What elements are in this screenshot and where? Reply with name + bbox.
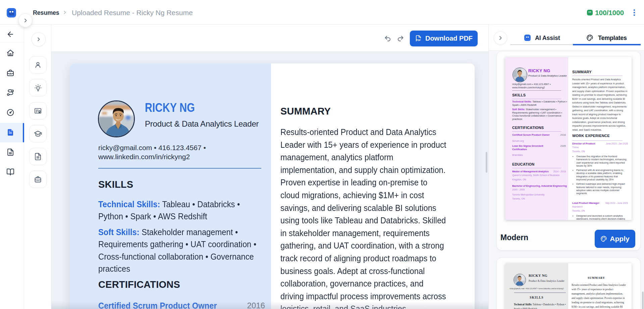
svg-text:PDF: PDF xyxy=(416,39,421,42)
